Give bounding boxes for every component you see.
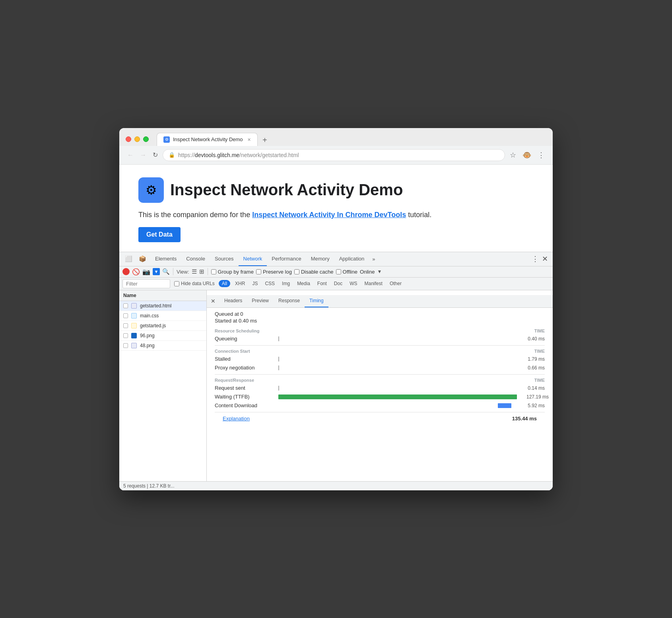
filter-media[interactable]: Media [295,280,313,287]
explanation-link[interactable]: Explanation [223,416,250,422]
url-bar[interactable]: 🔒 https://devtools.glitch.me/network/get… [163,149,505,161]
tab-response[interactable]: Response [274,295,305,307]
filter-font[interactable]: Font [315,280,329,287]
tab-close-button[interactable]: × [248,136,251,143]
filter-img[interactable]: Img [280,280,292,287]
screenshot-button[interactable]: 📷 [142,268,150,276]
total-time: 135.44 ms [512,416,537,422]
file-checkbox[interactable] [123,343,128,348]
page-logo: ⚙ [138,177,164,203]
file-type-icon-html [131,343,137,348]
maximize-window-button[interactable] [143,136,149,142]
filter-icon[interactable]: ▼ [153,268,160,275]
new-tab-button[interactable]: + [259,135,270,146]
tab-title: Inspect Network Activity Demo [173,136,243,142]
clear-button[interactable]: 🚫 [132,268,140,276]
minimize-window-button[interactable] [134,136,140,142]
file-checkbox[interactable] [123,313,128,318]
tab-elements[interactable]: Elements [150,252,181,266]
file-checkbox[interactable] [123,333,128,338]
disable-cache-label[interactable]: Disable cache [294,269,334,275]
response-panel-close[interactable]: ✕ [210,297,216,305]
view-list-button[interactable]: ☰ [192,268,197,275]
filter-js[interactable]: JS [250,280,260,287]
url-protocol: https:// [178,152,195,158]
group-by-frame-label[interactable]: Group by frame [211,269,254,275]
timing-panel: ✕ Headers Preview Response Timing [207,290,553,481]
search-button[interactable]: 🔍 [162,268,170,275]
timing-value: 127.19 ms [517,394,549,400]
group-by-frame-checkbox[interactable] [211,269,216,274]
tab-preview[interactable]: Preview [247,295,274,307]
started-at-text: Started at 0.40 ms [215,318,545,324]
filter-xhr[interactable]: XHR [233,280,247,287]
tab-headers[interactable]: Headers [219,295,247,307]
filter-input[interactable] [122,279,170,288]
page-title: Inspect Network Activity Demo [170,181,403,199]
explanation-row: Explanation 135.44 ms [215,412,545,425]
offline-checkbox[interactable] [336,269,341,274]
refresh-button[interactable]: ↻ [151,150,159,160]
get-data-button[interactable]: Get Data [138,227,181,242]
bookmark-button[interactable]: ☆ [508,149,518,161]
timing-row-stalled: Stalled 1.79 ms [215,356,545,362]
filter-other[interactable]: Other [387,280,404,287]
tab-bar: ⚙ Inspect Network Activity Demo × + [157,133,546,146]
profile-button[interactable]: 🐵 [521,149,533,161]
filter-doc[interactable]: Doc [332,280,345,287]
tab-sources[interactable]: Sources [210,252,239,266]
timing-label: Queueing [215,336,278,342]
offline-label[interactable]: Offline [336,269,357,275]
list-item[interactable]: getstarted.html [119,301,206,311]
tab-application[interactable]: Application [334,252,369,266]
tab-performance[interactable]: Performance [267,252,306,266]
file-list-header: Name [119,290,206,301]
preserve-log-checkbox[interactable] [256,269,261,274]
filter-css[interactable]: CSS [262,280,277,287]
more-tabs-button[interactable]: » [369,256,378,262]
record-button[interactable] [122,268,130,275]
back-button[interactable]: ← [126,150,135,160]
filter-manifest[interactable]: Manifest [362,280,385,287]
tab-console[interactable]: Console [181,252,210,266]
file-checkbox[interactable] [123,303,128,308]
list-item[interactable]: 96.png [119,331,206,341]
hide-data-urls-label[interactable]: Hide data URLs [173,280,216,287]
devtools-tutorial-link[interactable]: Inspect Network Activity In Chrome DevTo… [252,211,406,219]
connection-start-section: Connection Start TIME Stalled 1.79 ms Pr… [215,349,545,371]
devtools-inspect-button[interactable]: 📦 [136,254,149,264]
view-label: View: [177,269,189,275]
devtools-panel: ⬜ 📦 Elements Console Sources Network Per… [119,252,553,490]
file-name: main.css [140,313,159,319]
preserve-log-label[interactable]: Preserve log [256,269,292,275]
file-name: 96.png [140,333,155,338]
list-item[interactable]: main.css [119,311,206,321]
filter-bar: Hide data URLs All XHR JS CSS Img Media … [119,278,553,290]
timing-bar-container [278,402,513,409]
section-header: Connection Start TIME [215,349,545,354]
devtools-close-button[interactable]: ✕ [540,253,550,265]
timing-row-queueing: Queueing 0.40 ms [215,336,545,342]
menu-button[interactable]: ⋮ [536,149,546,161]
list-item[interactable]: 48.png [119,341,206,351]
filter-all[interactable]: All [219,280,230,287]
tab-network[interactable]: Network [239,252,267,266]
tab-memory[interactable]: Memory [306,252,334,266]
close-window-button[interactable] [126,136,131,142]
devtools-dock-button[interactable]: ⬜ [122,254,135,264]
section-time-label: TIME [534,378,545,383]
devtools-options-button[interactable]: ⋮ [530,253,540,265]
forward-button[interactable]: → [138,150,148,160]
list-item[interactable]: getstarted.js [119,321,206,331]
tab-favicon: ⚙ [163,136,170,143]
file-checkbox[interactable] [123,323,128,328]
browser-tab[interactable]: ⚙ Inspect Network Activity Demo × [157,133,258,146]
tab-timing[interactable]: Timing [305,295,328,307]
section-label: Request/Response [215,378,254,383]
filter-ws[interactable]: WS [347,280,359,287]
view-grid-button[interactable]: ⊞ [199,268,204,275]
disable-cache-checkbox[interactable] [294,269,299,274]
hide-data-urls-checkbox[interactable] [174,281,179,286]
title-bar: ⚙ Inspect Network Activity Demo × + [119,128,553,146]
throttle-dropdown-icon[interactable]: ▼ [377,269,382,274]
